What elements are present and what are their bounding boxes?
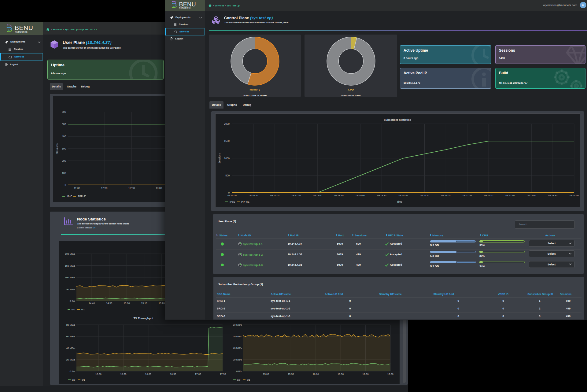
svg-text:09:22:00: 09:22:00 [484, 194, 493, 197]
svg-text:0/1: 0/1 [247, 379, 250, 381]
svg-text:09:23:00: 09:23:00 [527, 194, 536, 197]
svg-text:17:30: 17:30 [387, 373, 394, 375]
svg-text:40 MB/s: 40 MB/s [233, 347, 242, 349]
svg-text:12:00: 12:00 [101, 187, 108, 190]
svg-text:13:00: 13:00 [156, 187, 162, 190]
svg-text:Time: Time [397, 200, 403, 203]
svg-text:11:30: 11:30 [74, 187, 80, 190]
svg-text:IPoE: IPoE [230, 200, 235, 203]
svg-text:20 MB/s: 20 MB/s [66, 358, 75, 361]
svg-text:09:19:30: 09:19:30 [377, 194, 386, 197]
svg-text:09:20:30: 09:20:30 [420, 194, 429, 197]
svg-text:12:30: 12:30 [128, 187, 135, 190]
svg-text:60 MB/s: 60 MB/s [233, 335, 242, 338]
svg-text:0/1: 0/1 [81, 308, 85, 311]
svg-text:16:00: 16:00 [145, 373, 152, 375]
svg-text:17:00: 17:00 [195, 373, 201, 375]
svg-text:16:30: 16:30 [338, 373, 344, 375]
svg-text:50 MB/s: 50 MB/s [66, 288, 75, 291]
svg-text:09:19:00: 09:19:00 [356, 194, 365, 197]
svg-text:09:23:30: 09:23:30 [548, 194, 557, 197]
svg-text:20 MB/s: 20 MB/s [233, 358, 242, 361]
svg-text:15:30: 15:30 [288, 373, 294, 375]
svg-text:09:18:30: 09:18:30 [334, 194, 344, 197]
svg-text:15:20: 15:20 [159, 302, 165, 305]
svg-text:60 MB/s: 60 MB/s [66, 335, 75, 338]
svg-text:14:50: 14:50 [106, 302, 113, 305]
svg-text:400: 400 [62, 135, 66, 138]
svg-text:0: 0 [65, 183, 66, 187]
svg-text:80 MB/s: 80 MB/s [66, 324, 75, 326]
svg-text:500: 500 [62, 123, 66, 126]
svg-text:0: 0 [228, 191, 230, 194]
svg-text:1500: 1500 [224, 139, 230, 142]
svg-text:0 B/s: 0 B/s [70, 370, 75, 373]
svg-text:100 MB/s: 100 MB/s [65, 276, 75, 279]
svg-text:16:00: 16:00 [313, 373, 319, 375]
svg-text:TX Throughput: TX Throughput [134, 317, 153, 320]
svg-text:0 B/s: 0 B/s [236, 370, 242, 373]
svg-text:200 MB/s: 200 MB/s [65, 253, 75, 255]
svg-text:17:30: 17:30 [220, 373, 226, 375]
svg-text:15:00: 15:00 [95, 373, 102, 375]
svg-text:16:30: 16:30 [170, 373, 176, 375]
svg-text:15:00: 15:00 [263, 373, 269, 375]
svg-text:14:40: 14:40 [89, 302, 95, 305]
svg-text:15:10: 15:10 [141, 302, 148, 305]
svg-text:0/0: 0/0 [72, 308, 75, 311]
svg-text:09:24:00: 09:24:00 [570, 194, 579, 197]
svg-text:600: 600 [62, 110, 66, 113]
svg-text:0 B/s: 0 B/s [70, 300, 75, 302]
svg-text:09:20:00: 09:20:00 [399, 194, 408, 197]
svg-text:0/0: 0/0 [72, 379, 76, 381]
svg-text:0/0: 0/0 [237, 379, 241, 381]
svg-text:100: 100 [62, 172, 66, 175]
svg-text:1000: 1000 [224, 157, 230, 160]
svg-text:PPPoE: PPPoE [78, 195, 86, 198]
svg-text:Sessions: Sessions [218, 153, 221, 164]
svg-text:09:22:30: 09:22:30 [505, 194, 515, 197]
svg-text:40 MB/s: 40 MB/s [66, 347, 75, 349]
svg-text:09:18:00: 09:18:00 [313, 194, 322, 197]
svg-text:0/1: 0/1 [82, 379, 85, 381]
svg-text:09:21:30: 09:21:30 [463, 194, 472, 197]
svg-text:Sessions: Sessions [56, 143, 59, 154]
svg-text:17:00: 17:00 [363, 373, 369, 375]
svg-text:200: 200 [62, 159, 66, 162]
svg-text:300: 300 [62, 147, 66, 150]
svg-text:80 MB/s: 80 MB/s [233, 324, 242, 326]
svg-text:09:17:00: 09:17:00 [270, 194, 279, 197]
svg-text:Subscriber Statistics: Subscriber Statistics [384, 118, 411, 121]
svg-text:15:00: 15:00 [124, 302, 130, 305]
svg-text:500: 500 [225, 174, 230, 177]
svg-text:2000: 2000 [224, 122, 230, 125]
svg-text:09:21:00: 09:21:00 [441, 194, 451, 197]
svg-text:150 MB/s: 150 MB/s [65, 264, 75, 267]
svg-text:09:17:30: 09:17:30 [292, 194, 301, 197]
svg-text:09:16:30: 09:16:30 [249, 194, 258, 197]
svg-text:09:16:00: 09:16:00 [227, 194, 237, 197]
svg-text:15:30: 15:30 [120, 373, 127, 375]
svg-text:IPoE: IPoE [67, 195, 72, 198]
svg-text:PPPoE: PPPoE [241, 200, 249, 203]
